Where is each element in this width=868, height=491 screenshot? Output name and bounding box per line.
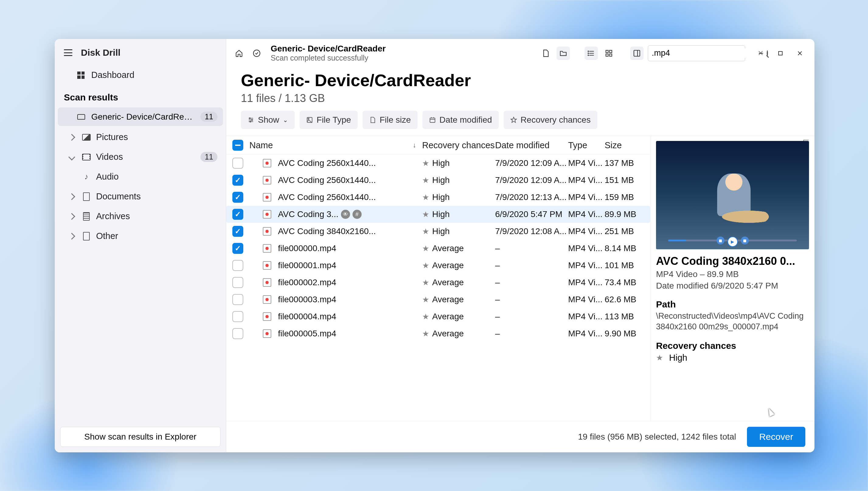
play-icon[interactable]: ▶ [727, 236, 738, 247]
type-cell: MP4 Vi... [568, 192, 604, 202]
table-row[interactable]: file000005.mp4★Average–MP4 Vi...9.90 MB [226, 325, 650, 342]
sidebar-item-device[interactable]: Generic- Device/CardRea... 11 [58, 108, 223, 126]
sidebar-item-archives[interactable]: Archives [58, 207, 223, 226]
show-in-explorer-button[interactable]: Show scan results in Explorer [60, 427, 220, 447]
size-cell: 113 MB [604, 312, 647, 321]
close-button[interactable] [792, 47, 808, 60]
video-file-icon [263, 159, 271, 167]
app-name: Disk Drill [81, 48, 120, 58]
sidebar-item-audio[interactable]: ♪ Audio [58, 167, 223, 186]
column-recovery[interactable]: Recovery chances [422, 140, 495, 150]
folder-icon[interactable] [557, 47, 570, 60]
star-icon: ★ [422, 295, 429, 304]
maximize-button[interactable] [772, 47, 789, 60]
video-file-icon [263, 278, 271, 287]
video-file-icon [263, 329, 271, 338]
table-row[interactable]: AVC Coding 2560x1440...★High7/9/2020 12:… [226, 172, 650, 189]
table-row[interactable]: AVC Coding 3...👁#★High6/9/2020 5:47 PMMP… [226, 206, 650, 223]
table-row[interactable]: file000000.mp4★Average–MP4 Vi...8.14 MB [226, 240, 650, 257]
recovery-chances-filter-button[interactable]: Recovery chances [504, 111, 597, 129]
video-file-icon [263, 244, 271, 253]
sidebar-item-pictures[interactable]: Pictures [58, 128, 223, 146]
menu-icon[interactable] [64, 49, 72, 56]
row-checkbox[interactable] [232, 175, 243, 186]
size-cell: 8.14 MB [604, 243, 647, 253]
date-cell: 6/9/2020 5:47 PM [495, 209, 568, 219]
recovery-cell: ★Average [422, 312, 495, 321]
video-file-icon [263, 193, 271, 202]
recovery-cell: ★High [422, 175, 495, 185]
svg-rect-9 [606, 54, 608, 56]
archive-icon [83, 212, 90, 221]
file-size-filter-button[interactable]: File size [363, 111, 417, 129]
prev-icon[interactable]: ◼ [717, 236, 724, 244]
table-row[interactable]: AVC Coding 3840x2160...★High7/9/2020 12:… [226, 223, 650, 240]
table-row[interactable]: AVC Coding 2560x1440...★High7/9/2020 12:… [226, 189, 650, 206]
row-checkbox[interactable] [232, 277, 243, 288]
chevron-down-icon [68, 153, 75, 161]
page-subtitle: 11 files / 1.13 GB [241, 92, 800, 105]
row-checkbox[interactable] [232, 209, 243, 220]
search-input[interactable]: ✕ [648, 45, 745, 61]
table-header: Name ↓ Recovery chances Date modified Ty… [226, 136, 650, 155]
row-checkbox[interactable] [232, 226, 243, 237]
table-row[interactable]: file000002.mp4★Average–MP4 Vi...73.4 MB [226, 274, 650, 291]
table-row[interactable]: AVC Coding 2560x1440...★High7/9/2020 12:… [226, 155, 650, 172]
preview-toggle-icon[interactable] [630, 47, 644, 60]
sidebar-item-videos[interactable]: Videos 11 [58, 148, 223, 166]
type-cell: MP4 Vi... [568, 175, 604, 185]
column-date[interactable]: Date modified [495, 140, 568, 150]
playback-controls: ◼ ▶ ◼ [717, 236, 749, 247]
file-icon[interactable] [539, 47, 552, 60]
type-cell: MP4 Vi... [568, 295, 604, 305]
table-row[interactable]: file000004.mp4★Average–MP4 Vi...113 MB [226, 308, 650, 325]
hash-icon[interactable]: # [352, 210, 362, 219]
grid-view-icon[interactable] [602, 47, 616, 60]
table-row[interactable]: file000001.mp4★Average–MP4 Vi...101 MB [226, 257, 650, 274]
list-view-icon[interactable] [585, 47, 598, 60]
svg-rect-11 [634, 50, 640, 56]
count-badge: 11 [200, 152, 217, 162]
stop-icon[interactable]: ◼ [741, 236, 749, 244]
row-checkbox[interactable] [232, 158, 243, 169]
file-type-filter-button[interactable]: File Type [300, 111, 358, 129]
search-icon[interactable] [767, 50, 768, 56]
sidebar-item-other[interactable]: Other [58, 227, 223, 246]
svg-rect-8 [610, 50, 612, 53]
sidebar-item-label: Pictures [96, 132, 217, 142]
row-checkbox[interactable] [232, 294, 243, 305]
search-field[interactable] [652, 49, 754, 58]
home-icon[interactable] [232, 47, 246, 60]
column-size[interactable]: Size [604, 140, 647, 150]
file-name: AVC Coding 2560x1440... [278, 158, 422, 168]
date-cell: 7/9/2020 12:13 A... [495, 192, 568, 202]
size-cell: 101 MB [604, 261, 647, 270]
date-modified-filter-button[interactable]: Date modified [423, 111, 499, 129]
calendar-icon [429, 117, 436, 123]
sidebar-item-documents[interactable]: Documents [58, 187, 223, 206]
show-filter-button[interactable]: Show ⌄ [241, 111, 295, 129]
column-name[interactable]: Name [249, 140, 413, 150]
scan-results-header: Scan results [55, 85, 226, 106]
recover-button[interactable]: Recover [747, 427, 805, 447]
table-row[interactable]: file000003.mp4★Average–MP4 Vi...62.6 MB [226, 291, 650, 308]
video-file-icon [263, 227, 271, 236]
row-checkbox[interactable] [232, 260, 243, 271]
date-cell: – [495, 278, 568, 287]
sidebar-item-dashboard[interactable]: Dashboard [58, 66, 223, 84]
select-all-checkbox[interactable] [232, 140, 243, 151]
filter-bar: Show ⌄ File Type File size Date modified… [226, 111, 814, 136]
column-type[interactable]: Type [568, 140, 604, 150]
preview-thumbnail[interactable]: ◼ ▶ ◼ [656, 141, 809, 249]
recovery-cell: ★Average [422, 261, 495, 270]
preview-icon[interactable]: 👁 [341, 210, 350, 219]
row-checkbox[interactable] [232, 328, 243, 339]
type-cell: MP4 Vi... [568, 243, 604, 253]
size-cell: 137 MB [604, 158, 647, 168]
row-checkbox[interactable] [232, 243, 243, 254]
row-checkbox[interactable] [232, 192, 243, 203]
svg-rect-25 [430, 118, 435, 123]
recovery-cell: ★Average [422, 295, 495, 305]
star-icon: ★ [422, 193, 429, 202]
row-checkbox[interactable] [232, 311, 243, 322]
